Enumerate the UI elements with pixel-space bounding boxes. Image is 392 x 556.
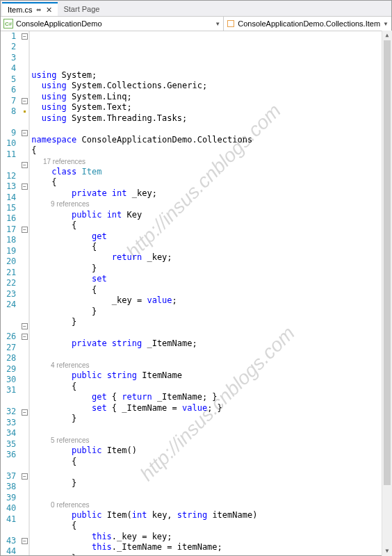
- code-line[interactable]: {: [31, 457, 391, 467]
- fold-cell[interactable]: [20, 493, 28, 503]
- code-line[interactable]: private string _ItemName;: [31, 338, 391, 349]
- fold-minus-icon[interactable]: −: [22, 227, 28, 233]
- scope-dropdown[interactable]: C# ConsoleApplicationDemo ▼: [1, 17, 224, 31]
- code-line[interactable]: {: [31, 145, 391, 156]
- fold-minus-icon[interactable]: −: [22, 334, 28, 340]
- close-icon[interactable]: ✕: [46, 6, 52, 15]
- code-line[interactable]: [31, 124, 391, 134]
- fold-cell[interactable]: [20, 482, 28, 492]
- fold-cell[interactable]: −: [20, 31, 28, 42]
- code-line[interactable]: this._ItemName = itemName;: [31, 542, 391, 553]
- code-line[interactable]: class Item: [31, 167, 391, 177]
- fold-cell[interactable]: [20, 364, 28, 375]
- fold-cell[interactable]: [20, 418, 28, 428]
- code-line[interactable]: this._key = key;: [31, 532, 391, 542]
- code-line[interactable]: {: [31, 242, 391, 252]
- fold-cell[interactable]: [20, 74, 28, 85]
- fold-cell[interactable]: [20, 375, 28, 385]
- scroll-up-icon[interactable]: ▲: [382, 31, 392, 40]
- code-line[interactable]: get: [31, 231, 391, 242]
- fold-cell[interactable]: −: [20, 321, 28, 332]
- scroll-down-icon[interactable]: ▼: [382, 546, 392, 556]
- fold-minus-icon[interactable]: −: [22, 162, 28, 168]
- fold-minus-icon[interactable]: −: [22, 323, 28, 329]
- member-dropdown[interactable]: ConsoleApplicationDemo.Collections.Item …: [224, 17, 391, 31]
- fold-minus-icon[interactable]: −: [22, 33, 28, 40]
- code-line[interactable]: [31, 328, 391, 338]
- code-line[interactable]: }: [31, 317, 391, 327]
- code-line[interactable]: public Item(int key, string itemName): [31, 510, 391, 521]
- fold-cell[interactable]: [20, 353, 28, 363]
- fold-cell[interactable]: [20, 310, 28, 320]
- code-line[interactable]: }: [31, 263, 391, 274]
- code-line[interactable]: private int _key;: [31, 188, 391, 199]
- fold-minus-icon[interactable]: −: [22, 183, 28, 190]
- fold-cell[interactable]: [20, 268, 28, 278]
- fold-cell[interactable]: [20, 525, 28, 535]
- code-line[interactable]: {: [31, 220, 391, 231]
- code-line[interactable]: {: [31, 285, 391, 295]
- fold-minus-icon[interactable]: −: [22, 473, 28, 480]
- code-line[interactable]: 17 references: [31, 156, 391, 167]
- fold-cell[interactable]: [20, 246, 28, 256]
- fold-cell[interactable]: [20, 138, 28, 149]
- fold-cell[interactable]: −: [20, 96, 28, 106]
- fold-cell[interactable]: [20, 53, 28, 63]
- fold-cell[interactable]: [20, 213, 28, 224]
- code-line[interactable]: get { return _ItemName; }: [31, 392, 391, 402]
- fold-cell[interactable]: −: [20, 536, 28, 546]
- code-line[interactable]: 5 references: [31, 435, 391, 445]
- code-line[interactable]: _key = value;: [31, 295, 391, 306]
- code-line[interactable]: {: [31, 382, 391, 392]
- code-line[interactable]: public string ItemName: [31, 370, 391, 381]
- code-editor[interactable]: 1234567891011121314151617181920212223242…: [1, 31, 391, 556]
- code-line[interactable]: }: [31, 414, 391, 424]
- code-line[interactable]: using System;: [31, 70, 391, 81]
- code-line[interactable]: public Item(): [31, 445, 391, 456]
- fold-cell[interactable]: [20, 461, 28, 471]
- tab-start-page[interactable]: Start Page: [58, 2, 105, 16]
- fold-cell[interactable]: [20, 428, 28, 439]
- fold-cell[interactable]: [20, 85, 28, 95]
- code-line[interactable]: [31, 349, 391, 359]
- code-line[interactable]: public int Key: [31, 210, 391, 220]
- fold-cell[interactable]: [20, 203, 28, 213]
- fold-cell[interactable]: −: [20, 224, 28, 235]
- fold-cell[interactable]: [20, 450, 28, 460]
- fold-cell[interactable]: [20, 546, 28, 556]
- fold-cell[interactable]: [20, 278, 28, 288]
- fold-cell[interactable]: −: [20, 471, 28, 482]
- fold-cell[interactable]: −: [20, 128, 28, 138]
- fold-minus-icon[interactable]: −: [22, 538, 28, 544]
- scroll-thumb[interactable]: [384, 40, 391, 485]
- fold-cell[interactable]: [20, 514, 28, 525]
- fold-cell[interactable]: [20, 256, 28, 267]
- fold-cell[interactable]: [20, 63, 28, 74]
- code-line[interactable]: using System.Collections.Generic;: [31, 81, 391, 91]
- code-line[interactable]: 9 references: [31, 199, 391, 209]
- code-line[interactable]: set { _ItemName = value; }: [31, 403, 391, 414]
- code-line[interactable]: [31, 467, 391, 477]
- code-line[interactable]: namespace ConsoleApplicationDemo.Collect…: [31, 135, 391, 145]
- code-line[interactable]: {: [31, 177, 391, 188]
- code-line[interactable]: using System.Text;: [31, 102, 391, 113]
- fold-minus-icon[interactable]: −: [22, 409, 28, 416]
- code-line[interactable]: 0 references: [31, 500, 391, 510]
- fold-cell[interactable]: [20, 149, 28, 160]
- fold-minus-icon[interactable]: −: [22, 130, 28, 136]
- fold-cell[interactable]: [20, 396, 28, 407]
- fold-cell[interactable]: −: [20, 407, 28, 417]
- fold-cell[interactable]: −: [20, 181, 28, 192]
- code-line[interactable]: using System.Linq;: [31, 92, 391, 102]
- code-line[interactable]: [31, 424, 391, 434]
- tab-item-cs[interactable]: Item.cs ⬌ ✕: [2, 2, 58, 16]
- fold-cell[interactable]: [20, 439, 28, 450]
- fold-cell[interactable]: [20, 193, 28, 203]
- fold-cell[interactable]: [20, 235, 28, 245]
- code-line[interactable]: {: [31, 521, 391, 531]
- fold-cell[interactable]: [20, 171, 28, 181]
- code-area[interactable]: http://insus.cnblogs.com http://insus.cn…: [28, 31, 391, 556]
- fold-cell[interactable]: [20, 503, 28, 514]
- pin-icon[interactable]: ⬌: [36, 6, 42, 13]
- vertical-scrollbar[interactable]: ▲ ▼: [382, 31, 392, 556]
